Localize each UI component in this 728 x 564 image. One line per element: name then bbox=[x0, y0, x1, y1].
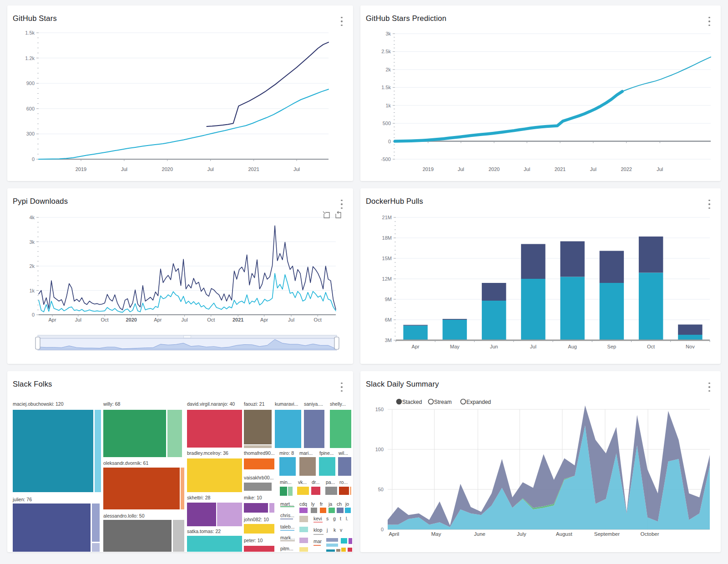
svg-text:2019: 2019 bbox=[76, 166, 86, 172]
bar-segment[interactable] bbox=[521, 279, 545, 340]
legend-item-stream[interactable]: Stream bbox=[429, 399, 452, 405]
bar-segment[interactable] bbox=[639, 237, 663, 273]
treemap-block[interactable] bbox=[95, 410, 101, 492]
treemap-block[interactable] bbox=[337, 508, 344, 513]
treemap-block[interactable] bbox=[288, 487, 293, 496]
treemap-block[interactable] bbox=[341, 538, 347, 544]
bar-segment[interactable] bbox=[678, 325, 702, 335]
treemap-block[interactable] bbox=[103, 468, 180, 509]
legend-item-stacked[interactable]: Stacked bbox=[397, 399, 422, 405]
treemap-block[interactable] bbox=[187, 410, 242, 448]
bar-segment[interactable] bbox=[521, 244, 545, 279]
bar-segment[interactable] bbox=[560, 242, 584, 277]
bar-segment[interactable] bbox=[639, 273, 663, 341]
treemap-block[interactable] bbox=[319, 457, 335, 476]
treemap-block[interactable] bbox=[320, 508, 326, 513]
panel-pypi-downloads: Pypi Downloads 01k2k3k4kAprJulOct2020Apr… bbox=[7, 188, 353, 364]
treemap-underline bbox=[313, 534, 324, 535]
treemap-block[interactable] bbox=[244, 546, 274, 552]
treemap-block[interactable] bbox=[345, 508, 351, 513]
data-zoom-icon[interactable] bbox=[323, 212, 329, 218]
bar-segment[interactable] bbox=[600, 251, 624, 283]
treemap-block[interactable] bbox=[329, 508, 335, 513]
treemap-label: pa... bbox=[326, 479, 335, 485]
treemap-block[interactable] bbox=[167, 410, 182, 457]
treemap-label: saniya.... bbox=[304, 401, 323, 407]
treemap-block[interactable] bbox=[13, 410, 93, 492]
bar-segment[interactable] bbox=[482, 283, 506, 301]
bar-segment[interactable] bbox=[403, 326, 427, 340]
panel-dockerhub-pulls: DockerHub Pulls 3M6M9M12M15M18M21MAprMay… bbox=[360, 188, 721, 364]
treemap-block[interactable] bbox=[244, 503, 268, 513]
treemap-block[interactable] bbox=[173, 520, 184, 552]
treemap-block[interactable] bbox=[348, 548, 352, 552]
treemap-block[interactable] bbox=[187, 458, 242, 492]
treemap-block[interactable] bbox=[304, 410, 324, 448]
treemap-block[interactable] bbox=[92, 504, 100, 542]
treemap-underline bbox=[280, 519, 293, 519]
pypi-downloads-chart: 01k2k3k4kAprJulOct2020AprJulOct2021AprJu… bbox=[7, 188, 353, 364]
treemap-block[interactable] bbox=[326, 549, 335, 552]
treemap-block[interactable] bbox=[280, 487, 287, 496]
treemap-block[interactable] bbox=[341, 548, 346, 552]
svg-text:Oct: Oct bbox=[314, 317, 322, 322]
svg-text:Apr: Apr bbox=[48, 317, 56, 322]
treemap-block[interactable] bbox=[325, 487, 337, 495]
bar-segment[interactable] bbox=[482, 301, 506, 340]
bar-segment[interactable] bbox=[678, 335, 702, 340]
treemap-block[interactable] bbox=[326, 544, 338, 547]
treemap-block[interactable] bbox=[103, 410, 166, 457]
treemap-block[interactable] bbox=[326, 538, 338, 542]
treemap-label: cdq bbox=[299, 501, 307, 507]
treemap-label: mike: 10 bbox=[244, 495, 262, 500]
slider-handle-left[interactable] bbox=[35, 337, 40, 349]
svg-text:6M: 6M bbox=[385, 317, 392, 322]
legend-item-expanded[interactable]: Expanded bbox=[461, 399, 491, 405]
treemap-block[interactable] bbox=[299, 516, 308, 522]
treemap-block[interactable] bbox=[13, 504, 91, 552]
bar-segment[interactable] bbox=[403, 325, 427, 326]
bar-segment[interactable] bbox=[443, 319, 467, 320]
restore-icon[interactable] bbox=[336, 212, 341, 218]
panel-slack-folks: Slack Folks maciej.obuchowski: 120julien… bbox=[7, 371, 353, 552]
treemap-block[interactable] bbox=[244, 524, 274, 534]
treemap-block[interactable] bbox=[299, 508, 308, 513]
dockerhub-pulls-chart: 3M6M9M12M15M18M21MAprMayJunJulAugSepOctN… bbox=[360, 188, 721, 364]
treemap-block[interactable] bbox=[311, 487, 320, 495]
treemap-block[interactable] bbox=[339, 487, 349, 495]
treemap-block[interactable] bbox=[299, 547, 308, 552]
treemap-block[interactable] bbox=[349, 538, 352, 544]
treemap-block[interactable] bbox=[299, 457, 316, 476]
treemap-block[interactable] bbox=[279, 457, 296, 476]
treemap-block[interactable] bbox=[244, 483, 272, 491]
treemap-block[interactable] bbox=[217, 503, 242, 526]
treemap-block[interactable] bbox=[269, 503, 274, 513]
bar-segment[interactable] bbox=[560, 277, 584, 341]
treemap-block[interactable] bbox=[187, 503, 216, 526]
slider-handle-right[interactable] bbox=[334, 337, 339, 349]
treemap-block[interactable] bbox=[275, 410, 301, 448]
datazoom-slider[interactable] bbox=[35, 335, 339, 350]
treemap-block[interactable] bbox=[311, 508, 317, 513]
treemap-block[interactable] bbox=[336, 549, 340, 552]
treemap-label: l. bbox=[346, 516, 348, 521]
treemap-label: chris... bbox=[280, 513, 294, 518]
treemap-label: s bbox=[326, 516, 329, 521]
treemap-block[interactable] bbox=[338, 457, 351, 476]
bar-segment[interactable] bbox=[600, 283, 624, 340]
treemap-block[interactable] bbox=[92, 543, 100, 552]
treemap-block[interactable] bbox=[244, 410, 272, 444]
treemap-block[interactable] bbox=[350, 487, 351, 495]
bar-segment[interactable] bbox=[443, 320, 467, 340]
treemap-block[interactable] bbox=[297, 487, 309, 495]
treemap-block[interactable] bbox=[244, 458, 274, 469]
treemap-block[interactable] bbox=[103, 520, 172, 552]
treemap-label: vaisakhrb00... bbox=[244, 475, 273, 480]
treemap-block[interactable] bbox=[187, 536, 242, 552]
treemap-block[interactable] bbox=[299, 538, 308, 543]
treemap-block[interactable] bbox=[299, 527, 308, 532]
treemap-block[interactable] bbox=[330, 410, 351, 448]
line-chart-canvas: 01k2k3k4kAprJulOct2020AprJulOct2021AprJu… bbox=[7, 188, 353, 364]
treemap-block[interactable] bbox=[244, 445, 272, 448]
treemap-block[interactable] bbox=[181, 468, 184, 509]
